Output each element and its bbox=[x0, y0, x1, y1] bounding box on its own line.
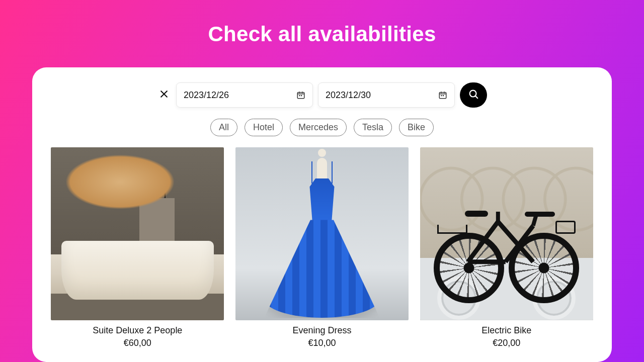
filter-chip-tesla[interactable]: Tesla bbox=[354, 119, 392, 136]
calendar-icon bbox=[296, 90, 305, 100]
filter-chip-all[interactable]: All bbox=[210, 119, 237, 136]
dress-bodice bbox=[304, 178, 340, 225]
product-card[interactable]: Electric Bike €20,00 bbox=[419, 147, 594, 348]
bike-handlebars bbox=[525, 212, 555, 217]
end-date-input[interactable]: 2023/12/30 bbox=[318, 82, 455, 108]
start-date-value: 2023/12/26 bbox=[184, 90, 229, 101]
product-name: Evening Dress bbox=[292, 325, 351, 336]
availability-panel: 2023/12/26 2023/12/30 All Hotel Mercede bbox=[32, 67, 612, 362]
product-price: €20,00 bbox=[493, 338, 520, 348]
filter-chip-mercedes[interactable]: Mercedes bbox=[290, 119, 347, 136]
product-card[interactable]: Suite Deluxe 2 People €60,00 bbox=[50, 147, 225, 348]
start-date-input[interactable]: 2023/12/26 bbox=[176, 82, 313, 108]
svg-rect-7 bbox=[301, 95, 302, 96]
dress-strap bbox=[332, 161, 333, 184]
product-name: Suite Deluxe 2 People bbox=[93, 325, 182, 336]
end-date-value: 2023/12/30 bbox=[326, 90, 371, 101]
product-price: €60,00 bbox=[124, 338, 151, 348]
svg-rect-6 bbox=[299, 95, 300, 96]
svg-rect-12 bbox=[441, 95, 442, 96]
svg-line-15 bbox=[475, 96, 477, 98]
dress-strap bbox=[311, 161, 312, 184]
close-icon bbox=[159, 89, 169, 101]
page-title: Check all availabilities bbox=[208, 22, 436, 46]
product-image-electric-bike bbox=[420, 147, 593, 320]
bike-basket bbox=[555, 221, 576, 234]
filter-chip-bike[interactable]: Bike bbox=[399, 119, 434, 136]
svg-rect-13 bbox=[443, 95, 444, 96]
product-image-hotel-room bbox=[51, 147, 224, 320]
clear-dates-button[interactable] bbox=[157, 88, 171, 102]
dress-skirt bbox=[264, 220, 380, 318]
product-grid: Suite Deluxe 2 People €60,00 Evening Dre… bbox=[50, 147, 594, 348]
bike-rack bbox=[437, 225, 467, 234]
product-price: €10,00 bbox=[308, 338, 336, 348]
bike-seat bbox=[465, 211, 488, 217]
calendar-icon bbox=[438, 90, 447, 100]
page-background: Check all availabilities 2023/12/26 2023… bbox=[0, 0, 644, 362]
search-bar: 2023/12/26 2023/12/30 bbox=[50, 82, 594, 108]
product-image-evening-dress bbox=[235, 147, 409, 320]
product-name: Electric Bike bbox=[481, 325, 531, 336]
search-button[interactable] bbox=[460, 82, 487, 108]
search-icon bbox=[468, 88, 479, 102]
product-card[interactable]: Evening Dress €10,00 bbox=[235, 147, 410, 348]
bike-frame bbox=[458, 212, 558, 272]
filter-row: All Hotel Mercedes Tesla Bike bbox=[50, 119, 594, 136]
filter-chip-hotel[interactable]: Hotel bbox=[245, 119, 283, 136]
